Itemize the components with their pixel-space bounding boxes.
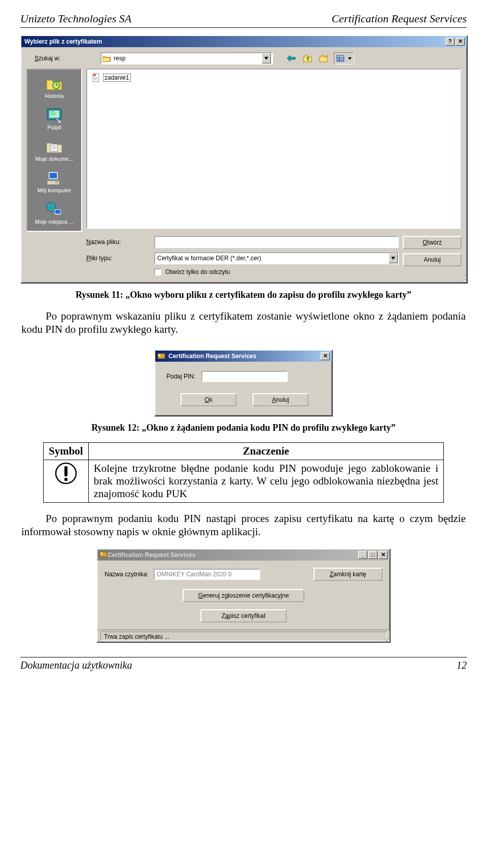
reader-label: Nazwa czytnika: [105, 571, 149, 578]
help-button[interactable]: ? [445, 38, 455, 46]
resize-grip-icon[interactable] [458, 273, 466, 282]
place-history[interactable]: Historia [28, 73, 80, 102]
crs-main-dialog: Certification Request Services _ □ ✕ Naz… [96, 548, 391, 643]
new-folder-icon[interactable] [318, 52, 330, 64]
cancel-button[interactable]: Anuluj [253, 393, 308, 406]
warning-text: Kolejne trzykrotne błędne podanie kodu P… [88, 460, 443, 502]
file-item[interactable]: zadanie1 [90, 73, 132, 83]
svg-rect-28 [158, 354, 160, 356]
svg-point-31 [64, 477, 67, 480]
dialog-title: Certification Request Services [108, 551, 195, 559]
titlebar-inactive[interactable]: Certification Request Services _ □ ✕ [97, 549, 390, 561]
svg-rect-26 [93, 74, 96, 76]
svg-rect-19 [50, 173, 57, 178]
maximize-button[interactable]: □ [368, 551, 377, 559]
place-label: Pulpit [28, 124, 80, 130]
history-folder-icon [45, 75, 64, 92]
place-label: Mój komputer [28, 187, 80, 193]
pin-input[interactable] [201, 371, 288, 382]
folder-open-icon [102, 54, 112, 63]
svg-rect-21 [55, 182, 58, 183]
computer-icon [45, 169, 64, 186]
resize-grip-icon[interactable] [381, 633, 389, 641]
close-card-button[interactable]: Zamknij kartę [314, 568, 382, 581]
dialog-title: Wybierz plik z certyfikatem [23, 38, 102, 45]
filetype-label: Pliki typu: [86, 255, 147, 262]
status-bar: Trwa zapis certyfikatu ... [97, 630, 390, 642]
header-right: Certification Request Services [332, 12, 467, 25]
header-left: Unizeto Technologies SA [20, 12, 131, 25]
close-button[interactable]: ✕ [378, 551, 388, 559]
dialog-title: Certification Request Services [167, 353, 256, 360]
place-desktop[interactable]: Pulpit [28, 104, 80, 133]
place-label: Moje dokume... [28, 156, 80, 162]
readonly-checkbox[interactable] [154, 268, 161, 275]
back-icon[interactable] [285, 52, 297, 64]
up-one-level-icon[interactable] [301, 52, 314, 64]
svg-rect-24 [55, 210, 60, 214]
mydocs-folder-icon [45, 137, 64, 155]
minimize-button[interactable]: _ [358, 551, 367, 559]
lookin-combo[interactable]: resp [100, 52, 273, 64]
place-mynetwork[interactable]: Moje miejsca ... [28, 198, 80, 228]
dropdown-arrow-icon[interactable] [262, 53, 271, 63]
svg-rect-33 [100, 552, 102, 554]
page-header: Unizeto Technologies SA Certification Re… [20, 12, 467, 28]
body-paragraph-2: Po poprawnym podaniu kodu PIN nastąpi pr… [21, 512, 466, 539]
page-footer: Dokumentacja użytkownika 12 [20, 657, 467, 671]
place-mydocs[interactable]: Moje dokume... [28, 135, 80, 165]
network-places-icon [45, 200, 64, 218]
desktop-icon [45, 106, 64, 123]
place-mycomputer[interactable]: Mój komputer [28, 167, 80, 196]
figure-caption-11: Rysunek 11: „Okno wyboru pliku z certyfi… [20, 290, 467, 300]
figure-caption-12: Rysunek 12: „Okno z żądaniem podania kod… [20, 423, 467, 433]
app-icon [157, 352, 165, 360]
warning-table: Symbol Znaczenie Kolejne trzykrotne błęd… [43, 442, 444, 503]
pin-dialog: Certification Request Services ✕ Podaj P… [154, 350, 333, 416]
view-menu-button[interactable] [334, 52, 354, 64]
svg-rect-30 [64, 466, 67, 476]
filename-input[interactable] [154, 236, 399, 248]
warning-icon [44, 460, 89, 502]
cancel-button[interactable]: Anuluj [403, 253, 462, 266]
footer-left: Dokumentacja użytkownika [20, 659, 132, 671]
svg-rect-14 [50, 144, 57, 151]
titlebar[interactable]: Certification Request Services ✕ [155, 351, 332, 362]
svg-rect-1 [320, 57, 327, 62]
generate-request-button[interactable]: Generuj zgłoszenie certyfikacyjne [183, 589, 304, 602]
file-chooser-dialog: Wybierz plik z certyfikatem ? ✕ Szukaj w… [20, 35, 468, 284]
place-label: Historia [28, 93, 80, 99]
table-header-symbol: Symbol [44, 442, 89, 460]
place-label: Moje miejsca ... [28, 219, 80, 225]
open-button[interactable]: Otwórz [403, 236, 462, 249]
certificate-file-icon [92, 73, 101, 82]
filetype-value: Certyfikat w formacie DER (*.der,*.cer) [157, 255, 261, 262]
pin-label: Podaj PIN: [166, 373, 195, 380]
filetype-dropdown[interactable]: Certyfikat w formacie DER (*.der,*.cer) [154, 252, 399, 264]
close-button[interactable]: ✕ [456, 38, 465, 46]
close-button[interactable]: ✕ [321, 352, 330, 360]
filename-label: Nazwa pliku: [86, 238, 147, 246]
footer-page-number: 12 [457, 659, 467, 671]
status-text: Trwa zapis certyfikatu ... [100, 632, 387, 641]
reader-name-field: OMNIKEY CardMan 2020 0 [154, 569, 260, 580]
titlebar[interactable]: Wybierz plik z certyfikatem ? ✕ [21, 36, 467, 47]
dropdown-arrow-icon[interactable] [389, 253, 398, 263]
table-header-meaning: Znaczenie [88, 442, 443, 460]
app-icon [99, 550, 108, 560]
file-name-label: zadanie1 [103, 74, 131, 82]
body-paragraph-1: Po poprawnym wskazaniu pliku z certyfika… [21, 309, 466, 336]
places-bar: Historia Pulpit Moje dokume... [26, 68, 82, 232]
lookin-label: Szukaj w: [34, 55, 95, 62]
readonly-label: Otwórz tylko do odczytu [165, 268, 230, 275]
save-certificate-button[interactable]: Zapisz certyfikat [200, 609, 287, 622]
file-list[interactable]: zadanie1 [86, 68, 461, 229]
ok-button[interactable]: Ok [181, 393, 236, 406]
lookin-value: resp [114, 55, 125, 62]
